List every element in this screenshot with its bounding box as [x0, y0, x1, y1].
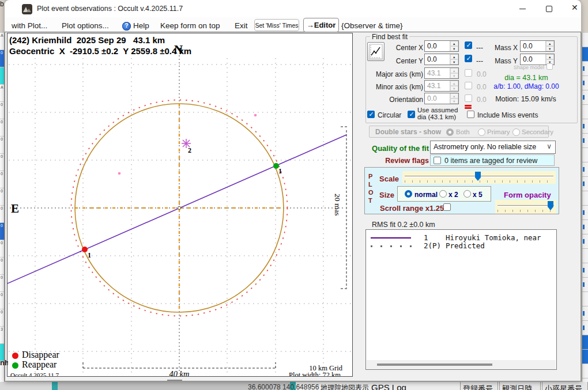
- scale-slider-thumb[interactable]: [475, 172, 481, 181]
- minor-axis-value: 43.1: [425, 81, 450, 91]
- primary-label: Primary: [487, 128, 510, 135]
- field-star-dot: [118, 172, 121, 175]
- background-window-right-strip: [582, 33, 588, 382]
- bg-row: [582, 364, 588, 378]
- rms-fit-readout: RMS fit 0.2 ±0.0 km: [372, 221, 435, 229]
- primary-radio: [478, 128, 485, 136]
- major-axis-value: 43.1: [425, 68, 450, 78]
- bg-row: [582, 263, 588, 278]
- disappear-legend-label: Disappear: [22, 350, 59, 360]
- center-y-lock-checkbox[interactable]: [465, 55, 472, 62]
- center-x-value[interactable]: 0.0: [425, 41, 450, 51]
- spin-down-icon[interactable]: [450, 59, 458, 65]
- bg-cell: 0: [0, 275, 5, 292]
- scrollbar-thumb[interactable]: [377, 364, 492, 366]
- plot-title-line2: Geocentric X -2910.5 ±0.2 Y 2559.8 ±0.4 …: [9, 46, 191, 56]
- quality-of-fit-value: Astrometry only. No reliable size: [434, 143, 536, 151]
- spin-down-icon[interactable]: [546, 46, 554, 51]
- form-opacity-slider[interactable]: [495, 200, 556, 214]
- size-x2-radio[interactable]: [439, 190, 447, 198]
- editor-button[interactable]: →Editor: [303, 18, 339, 32]
- spin-up-icon[interactable]: [450, 41, 458, 46]
- center-y-value[interactable]: 0.0: [425, 54, 450, 65]
- secondary-label: Secondary: [522, 128, 553, 135]
- bg-row: [582, 206, 588, 220]
- mass-x-value[interactable]: 0.0: [521, 41, 545, 51]
- review-flags-box: 0 items are tagged for review: [430, 154, 555, 166]
- bg-row: [582, 33, 588, 47]
- background-map-button[interactable]: 地理院地図表示: [321, 383, 369, 390]
- close-icon: [572, 5, 579, 12]
- bg-row: [582, 177, 588, 191]
- quality-of-fit-dropdown[interactable]: Astrometry only. No reliable size: [430, 141, 556, 154]
- bg-cell: 0: [0, 206, 5, 223]
- bg-row: [582, 249, 588, 263]
- title-bar[interactable]: Plot event observations : Occult v.4.202…: [5, 0, 581, 17]
- background-text-left: nh: [0, 358, 8, 370]
- slider-groove: [497, 205, 554, 207]
- disappear-point[interactable]: [82, 247, 88, 252]
- use-assumed-dia-checkbox[interactable]: [408, 111, 415, 118]
- close-button[interactable]: [567, 2, 584, 15]
- scale-slider[interactable]: [402, 171, 556, 184]
- circular-checkbox[interactable]: [367, 111, 375, 118]
- size-normal-radio[interactable]: [405, 190, 412, 198]
- orientation-spinner: 0.0: [424, 93, 459, 104]
- ab-dmag-readout: a/b: 1.00, dMag: 0.00: [491, 82, 561, 90]
- scale-label: Scale: [379, 175, 399, 183]
- size-x5-radio[interactable]: [463, 190, 471, 198]
- set-miss-times-button[interactable]: Set 'Miss' Times: [254, 19, 299, 31]
- mass-y-value[interactable]: 0.0: [521, 54, 545, 65]
- bg-cell: 0: [0, 188, 5, 206]
- spin-up-icon: [450, 68, 458, 73]
- minimize-button[interactable]: [514, 2, 531, 15]
- use-assumed-dia-label: Use assumeddia (43.1 km): [417, 107, 458, 120]
- center-x-spinner[interactable]: 0.0: [424, 40, 459, 52]
- major-axis-spinner: 43.1: [424, 67, 459, 79]
- shape-model-checkbox[interactable]: [546, 63, 553, 70]
- menu-exit[interactable]: Exit: [235, 21, 248, 30]
- horizontal-scrollbar[interactable]: [367, 360, 556, 369]
- menu-with-plot[interactable]: with Plot...: [12, 21, 47, 30]
- menu-plot-options[interactable]: Plot options...: [62, 21, 109, 30]
- background-gps-log-button[interactable]: GPS Log: [371, 383, 406, 390]
- review-flags-checkbox[interactable]: [434, 157, 441, 164]
- menu-keep-form-on-top[interactable]: Keep form on top: [160, 21, 220, 30]
- spin-up-icon[interactable]: [546, 54, 554, 59]
- window-resize-grip[interactable]: [167, 380, 182, 381]
- bg-row: [582, 90, 588, 105]
- maximize-button[interactable]: [540, 2, 557, 15]
- spin-down-icon[interactable]: [450, 46, 458, 51]
- mass-x-spinner[interactable]: 0.0: [520, 40, 555, 52]
- major-axis-label: Major axis (km): [372, 70, 423, 78]
- size-normal-label: normal: [414, 191, 438, 199]
- spin-up-icon[interactable]: [546, 41, 554, 46]
- plot-canvas[interactable]: [7, 33, 352, 376]
- scroll-range-checkbox[interactable]: [443, 203, 451, 211]
- background-column-header: 小惑星番号: [542, 382, 588, 390]
- find-best-fit-label: Find best fit: [370, 33, 409, 41]
- secondary-radio: [512, 128, 520, 136]
- size-x2-label: x 2: [448, 191, 458, 199]
- center-y-spinner[interactable]: 0.0: [424, 54, 459, 65]
- include-miss-events-checkbox[interactable]: [467, 111, 474, 118]
- observer-name: Hiroyuki Tomioka, near: [446, 233, 541, 242]
- center-x-lock-checkbox[interactable]: [465, 41, 472, 49]
- menu-help[interactable]: Help: [133, 21, 149, 30]
- bg-row: [582, 62, 588, 76]
- observer-list[interactable]: 1 Hiroyuki Tomioka, near 2(P) Predicted: [365, 229, 557, 370]
- background-text: b: [0, 0, 4, 8]
- background-column-header: 観測日時: [499, 382, 541, 390]
- bg-cell: 0: [0, 292, 5, 309]
- background-coordinates: 36.600078 140.648956: [248, 383, 319, 390]
- bg-cell: [0, 67, 5, 85]
- spin-up-icon[interactable]: [450, 54, 458, 59]
- bg-row: [582, 234, 588, 249]
- observer-number: 1: [424, 233, 428, 242]
- bg-cell: 0: [0, 223, 5, 240]
- shape-model-label: Shape model: [511, 65, 544, 70]
- form-opacity-label: Form opacity: [504, 191, 551, 199]
- bg-segment: [0, 382, 52, 390]
- observer-time-label[interactable]: {Observer & time}: [341, 21, 403, 30]
- form-opacity-slider-thumb[interactable]: [548, 201, 553, 210]
